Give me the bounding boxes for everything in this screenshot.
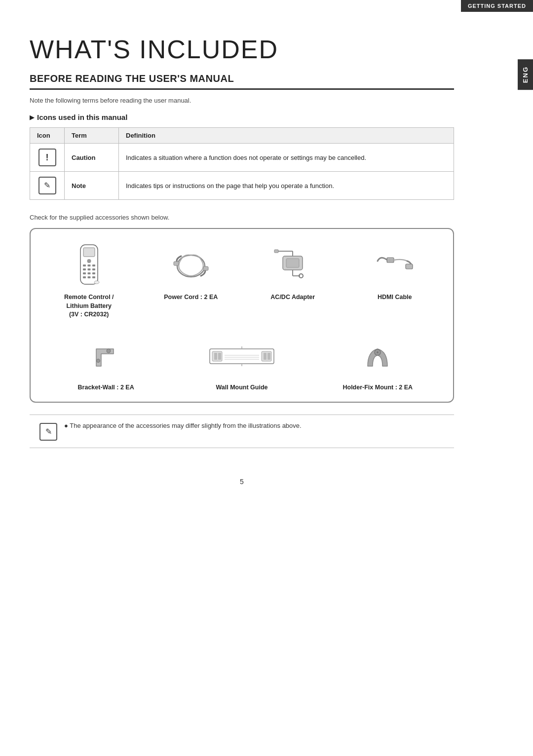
accessory-remote-control: Remote Control / Lithium Battery (3V : C… xyxy=(40,244,138,319)
note-icon-cell: ✎ xyxy=(30,172,65,200)
remote-control-image xyxy=(76,244,103,288)
svg-rect-6 xyxy=(83,268,86,270)
note-term: Note xyxy=(65,172,119,200)
table-header-definition: Definition xyxy=(119,128,454,144)
intro-text: Note the following terms before reading … xyxy=(30,97,454,104)
getting-started-label: GETTING STARTED xyxy=(461,0,533,12)
bracket-wall-label: Bracket-Wall : 2 EA xyxy=(78,383,134,392)
svg-point-15 xyxy=(94,281,99,284)
caution-definition: Indicates a situation where a function d… xyxy=(119,144,454,172)
bracket-wall-image xyxy=(89,334,123,378)
hdmi-cable-image xyxy=(375,244,415,288)
accessories-top-row: Remote Control / Lithium Battery (3V : C… xyxy=(40,244,443,319)
ac-adapter-image xyxy=(273,244,312,288)
accessory-wall-mount: Wall Mount Guide xyxy=(176,334,307,392)
icons-table: Icon Term Definition ! Caution Indicates… xyxy=(30,127,454,200)
svg-rect-28 xyxy=(406,264,413,269)
language-tab: ENG xyxy=(518,59,533,90)
page-number: 5 xyxy=(30,478,454,486)
note-definition: Indicates tips or instructions on the pa… xyxy=(119,172,454,200)
accessories-bottom-row: Bracket-Wall : 2 EA xyxy=(40,334,443,392)
icons-subsection-title: Icons used in this manual xyxy=(30,113,454,121)
note-box-content: ● The appearance of the accessories may … xyxy=(64,422,302,429)
svg-rect-9 xyxy=(83,272,86,274)
svg-rect-13 xyxy=(87,276,90,278)
section-heading: BEFORE READING THE USER'S MANUAL xyxy=(30,73,454,90)
caution-icon-cell: ! xyxy=(30,144,65,172)
svg-rect-14 xyxy=(92,276,95,278)
holder-fix-label: Holder-Fix Mount : 2 EA xyxy=(343,383,413,392)
power-cord-label: Power Cord : 2 EA xyxy=(164,293,218,302)
accessory-ac-adapter: AC/DC Adapter xyxy=(244,244,342,319)
svg-point-34 xyxy=(96,359,100,362)
accessory-hdmi-cable: HDMI Cable xyxy=(346,244,444,319)
svg-rect-12 xyxy=(83,276,86,278)
svg-rect-11 xyxy=(92,272,95,274)
accessories-box: Remote Control / Lithium Battery (3V : C… xyxy=(30,228,454,403)
table-row: ! Caution Indicates a situation where a … xyxy=(30,144,454,172)
svg-rect-5 xyxy=(92,265,95,266)
table-header-term: Term xyxy=(65,128,119,144)
svg-rect-1 xyxy=(83,248,95,257)
note-box: ✎ ● The appearance of the accessories ma… xyxy=(30,415,454,448)
caution-term: Caution xyxy=(65,144,119,172)
note-box-icon: ✎ xyxy=(39,423,57,441)
ac-adapter-label: AC/DC Adapter xyxy=(270,293,315,302)
hdmi-cable-label: HDMI Cable xyxy=(378,293,412,302)
svg-rect-17 xyxy=(174,262,179,265)
note-icon: ✎ xyxy=(38,177,56,194)
accessory-holder-fix: Holder-Fix Mount : 2 EA xyxy=(312,334,443,392)
svg-rect-8 xyxy=(92,268,95,270)
svg-rect-3 xyxy=(83,265,86,266)
bullet-point: ● xyxy=(64,422,70,429)
svg-point-2 xyxy=(87,259,91,263)
svg-rect-7 xyxy=(87,268,90,270)
svg-rect-10 xyxy=(87,272,90,274)
svg-point-48 xyxy=(377,351,379,353)
accessory-power-cord: Power Cord : 2 EA xyxy=(143,244,240,319)
table-header-icon: Icon xyxy=(30,128,65,144)
svg-rect-18 xyxy=(203,266,208,270)
holder-fix-image xyxy=(363,334,392,378)
svg-rect-41 xyxy=(267,353,270,360)
svg-rect-40 xyxy=(264,353,266,360)
caution-icon: ! xyxy=(38,149,56,166)
note-box-text: The appearance of the accessories may di… xyxy=(70,422,301,429)
wall-mount-label: Wall Mount Guide xyxy=(216,383,267,392)
svg-rect-38 xyxy=(218,353,221,360)
accessory-bracket-wall: Bracket-Wall : 2 EA xyxy=(40,334,171,392)
svg-rect-37 xyxy=(214,353,217,360)
svg-rect-20 xyxy=(286,259,299,267)
svg-rect-4 xyxy=(87,265,90,266)
svg-point-33 xyxy=(107,349,111,353)
wall-mount-image xyxy=(207,334,276,378)
power-cord-image xyxy=(171,244,211,288)
table-row: ✎ Note Indicates tips or instructions on… xyxy=(30,172,454,200)
page-title: WHAT'S INCLUDED xyxy=(30,35,454,64)
remote-control-label: Remote Control / Lithium Battery (3V : C… xyxy=(64,293,114,319)
svg-rect-26 xyxy=(274,250,278,253)
check-accessories-text: Check for the supplied accessories shown… xyxy=(30,214,454,221)
